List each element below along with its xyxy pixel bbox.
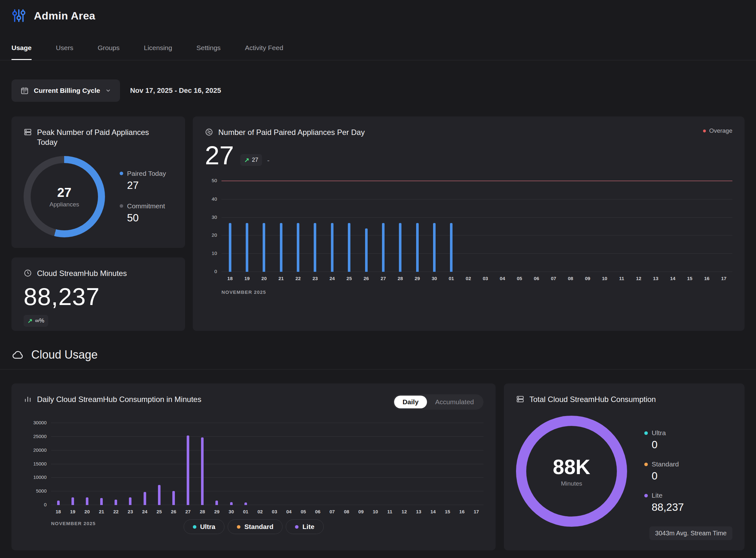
legend-value: 27 (127, 179, 166, 192)
total-donut-label: Minutes (561, 480, 582, 487)
legend-value: 0 (652, 439, 684, 451)
paired-today-dot (120, 172, 123, 175)
x-axis-tick: 10 (368, 509, 383, 514)
billing-cycle-button[interactable]: Current Billing Cycle (11, 79, 120, 102)
x-axis-tick: 18 (51, 509, 66, 514)
y-axis-tick: 5000 (36, 488, 47, 493)
billing-date-range: Nov 17, 2025 - Dec 16, 2025 (130, 86, 221, 95)
peak-donut-value: 27 (57, 185, 72, 200)
x-axis-tick: 13 (411, 509, 426, 514)
series-legend: Ultra Standard Lite (183, 519, 324, 534)
tab-licensing[interactable]: Licensing (144, 44, 172, 60)
consumption-chart-icon (24, 395, 32, 403)
x-axis-tick: 27 (181, 509, 195, 514)
legend-label: Standard (652, 460, 679, 468)
tab-activity-feed[interactable]: Activity Feed (245, 44, 283, 60)
bar (399, 223, 401, 272)
y-axis-tick: 20000 (33, 447, 47, 453)
x-axis-tick: 14 (426, 509, 440, 514)
trend-up-icon: ↗ (244, 156, 249, 164)
x-axis-tick: 18 (222, 276, 238, 281)
toggle-option-accumulated[interactable]: Accumulated (427, 396, 482, 408)
app-header: Admin Area (11, 8, 745, 23)
legend-pill-lite[interactable]: Lite (286, 519, 324, 534)
bar (158, 485, 160, 505)
y-axis-tick: 10000 (33, 475, 47, 480)
x-axis-tick: 20 (80, 509, 94, 514)
legend-pill-label: Ultra (200, 523, 216, 531)
bar (57, 501, 60, 505)
perday-bar-chart: 01020304050 1819202122232425262728293001… (222, 181, 732, 295)
clock-icon (24, 269, 32, 277)
tab-usage[interactable]: Usage (11, 44, 32, 60)
x-axis-tick: 11 (383, 509, 397, 514)
bar (382, 223, 384, 272)
x-axis-tick: 02 (460, 276, 477, 281)
legend-pill-ultra[interactable]: Ultra (183, 519, 225, 534)
trend-value: ∞% (35, 318, 44, 324)
x-axis-tick: 23 (307, 276, 324, 281)
x-axis-tick: 22 (109, 509, 123, 514)
x-axis-tick: 25 (152, 509, 166, 514)
x-axis-tick: 02 (253, 509, 267, 514)
bar (72, 498, 74, 505)
y-axis-tick: 0 (215, 269, 217, 274)
bar (433, 223, 436, 272)
x-axis-tick: 28 (195, 509, 210, 514)
tab-users[interactable]: Users (56, 44, 73, 60)
y-axis-tick: 25000 (33, 434, 47, 439)
x-axis-tick: 25 (341, 276, 358, 281)
x-axis-tick: 19 (66, 509, 80, 514)
trend-up-icon: ↗ (27, 317, 32, 325)
daily-accumulated-toggle: Daily Accumulated (393, 394, 483, 410)
x-axis-tick: 26 (358, 276, 375, 281)
paired-per-day-card: Number of Paid Paired Appliances Per Day… (193, 117, 745, 331)
trend-value: 27 (252, 157, 258, 163)
total-legend: Ultra 0 Standard 0 Lit (644, 429, 684, 513)
toggle-option-daily[interactable]: Daily (394, 396, 427, 408)
legend-pill-standard[interactable]: Standard (228, 519, 283, 534)
minutes-card-title: Cloud StreamHub Minutes (37, 268, 127, 278)
x-axis-tick: 29 (409, 276, 426, 281)
admin-area-page: Admin Area Usage Users Groups Licensing … (0, 0, 756, 550)
x-axis-tick: 22 (289, 276, 306, 281)
legend-item-lite: Lite 88,237 (644, 492, 684, 513)
bar (201, 437, 204, 505)
x-axis-tick: 21 (273, 276, 289, 281)
bar (245, 503, 247, 505)
minutes-trend-badge: ↗ ∞% (24, 315, 48, 327)
y-axis-tick: 50 (211, 178, 217, 183)
standard-dot (237, 525, 241, 529)
x-axis-tick: 30 (426, 276, 443, 281)
x-axis-tick: 16 (698, 276, 715, 281)
calendar-icon (20, 86, 29, 95)
y-axis-tick: 0 (44, 502, 47, 507)
avg-stream-time-badge: 3043m Avg. Stream Time (649, 526, 732, 540)
x-axis-tick: 26 (166, 509, 181, 514)
bar (331, 223, 333, 272)
x-axis-tick: 17 (469, 509, 483, 514)
overage-label: Overage (709, 127, 732, 134)
tab-settings[interactable]: Settings (196, 44, 221, 60)
legend-item-ultra: Ultra 0 (644, 429, 684, 451)
bar (450, 223, 453, 272)
tab-groups[interactable]: Groups (98, 44, 120, 60)
tab-bar: Usage Users Groups Licensing Settings Ac… (0, 44, 756, 60)
streamhub-icon (205, 128, 213, 136)
bar (262, 223, 265, 272)
peak-donut-label: Appliances (49, 201, 79, 208)
x-axis-tick: 17 (715, 276, 732, 281)
x-axis-tick: 07 (545, 276, 562, 281)
bar (416, 223, 419, 272)
x-axis-tick: 27 (375, 276, 392, 281)
legend-item-paired-today: Paired Today 27 (120, 170, 166, 192)
legend-pill-label: Standard (245, 523, 274, 531)
y-axis-tick: 10 (211, 250, 217, 256)
perday-month-label: NOVEMBER 2025 (222, 289, 732, 295)
x-axis-tick: 12 (630, 276, 647, 281)
bar (229, 223, 231, 272)
server-icon (516, 395, 524, 403)
x-axis-tick: 21 (95, 509, 109, 514)
x-axis-tick: 04 (494, 276, 511, 281)
admin-logo-icon (11, 8, 26, 23)
